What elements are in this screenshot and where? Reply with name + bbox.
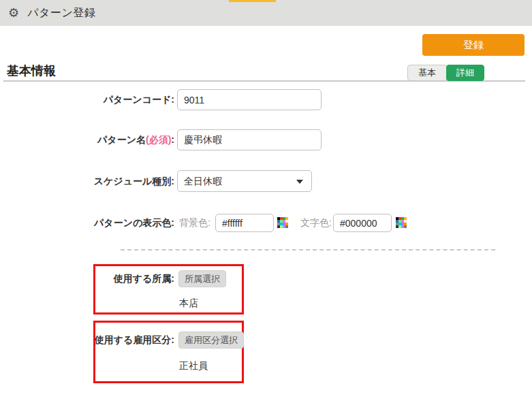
tab-basic[interactable]: 基本 [407, 65, 447, 81]
required-badge: (必須) [146, 134, 171, 145]
employment-value: 正社員 [179, 360, 208, 372]
topbar: ⚙ パターン登録 [0, 0, 532, 26]
division-value: 本店 [179, 297, 198, 310]
pattern-name-label: パターン名(必須): [0, 129, 174, 150]
schedule-type-select[interactable]: 全日休暇 [177, 170, 312, 192]
schedule-type-value: 全日休暇 [184, 176, 222, 187]
employment-highlight-box [93, 321, 244, 383]
division-select-button[interactable]: 所属選択 [178, 270, 226, 287]
bg-color-label: 背景色: [179, 214, 210, 232]
color-palette-icon[interactable] [277, 217, 288, 228]
division-label: 使用する所属: [0, 270, 174, 287]
section-title: 基本情報 [7, 63, 56, 79]
gear-icon[interactable]: ⚙ [8, 7, 19, 19]
pattern-name-input[interactable] [177, 129, 322, 150]
employment-label: 使用する雇用区分: [0, 332, 174, 349]
text-color-label: 文字色: [300, 214, 332, 232]
bg-color-input[interactable] [215, 214, 274, 232]
pattern-code-label: パターンコード: [0, 89, 174, 110]
dashed-divider [121, 249, 495, 251]
text-color-input[interactable] [333, 214, 392, 232]
tab-detail[interactable]: 詳細 [446, 65, 484, 81]
chevron-down-icon [296, 180, 303, 184]
view-tabs: 基本 詳細 [407, 65, 484, 81]
schedule-type-label: スケジュール種別: [0, 170, 174, 192]
color-palette-icon[interactable] [396, 217, 407, 228]
display-color-label: パターンの表示色: [0, 214, 174, 232]
pattern-code-input[interactable] [177, 89, 322, 110]
top-loading-indicator [229, 0, 276, 2]
register-button[interactable]: 登録 [422, 34, 525, 56]
employment-select-button[interactable]: 雇用区分選択 [178, 332, 244, 349]
page-title: パターン登録 [27, 6, 95, 20]
